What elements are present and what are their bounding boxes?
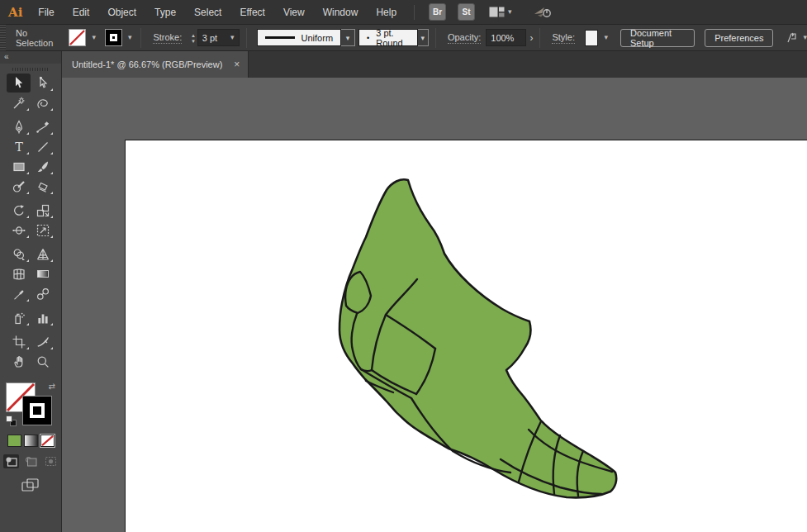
stroke-weight-field[interactable]: 3 pt ▾ [197, 29, 240, 46]
menu-edit[interactable]: Edit [64, 0, 99, 24]
tool-magic-wand[interactable] [7, 93, 31, 112]
tool-zoom[interactable] [31, 352, 55, 371]
default-fill-stroke-icon[interactable] [6, 416, 17, 426]
stroke-panel-link[interactable]: Stroke: [153, 32, 182, 44]
document-setup-button[interactable]: Document Setup [620, 29, 695, 47]
tools-panel-grip[interactable] [12, 68, 49, 71]
brush-chevron[interactable]: ▾ [418, 29, 429, 46]
stepper-up-icon[interactable]: ▴ [192, 32, 195, 38]
tool-gradient[interactable] [31, 264, 55, 283]
preferences-button[interactable]: Preferences [705, 29, 773, 47]
stroke-dropdown-chevron[interactable]: ▾ [126, 34, 135, 41]
rectangle-tool-icon [12, 159, 26, 174]
tool-selection[interactable] [7, 74, 31, 93]
tool-scale[interactable] [31, 201, 55, 220]
menu-select[interactable]: Select [185, 0, 230, 24]
style-chevron[interactable]: ▾ [601, 34, 610, 41]
width-profile-dropdown[interactable]: Uniform ▾ [257, 29, 356, 46]
control-bar-grip[interactable] [0, 25, 6, 50]
tool-mesh[interactable] [7, 264, 31, 283]
separator [435, 28, 436, 48]
mesh-tool-icon [12, 267, 26, 282]
draw-inside-button[interactable] [43, 454, 59, 468]
style-panel-link[interactable]: Style: [552, 32, 575, 44]
stroke-proxy[interactable] [22, 396, 52, 425]
stepper-down-icon[interactable]: ▾ [192, 38, 195, 44]
tool-width[interactable] [7, 221, 31, 240]
document-tab[interactable]: Untitled-1* @ 66.67% (RGB/Preview) × [62, 51, 249, 78]
tool-perspective-grid[interactable] [31, 245, 55, 264]
menu-file[interactable]: File [29, 0, 63, 24]
tool-direct-selection[interactable] [31, 74, 55, 93]
metapod-artwork[interactable] [62, 78, 807, 532]
tool-curvature[interactable] [31, 117, 55, 136]
stock-button[interactable]: St [458, 3, 475, 21]
opacity-field[interactable]: 100% [486, 29, 526, 46]
menu-effect[interactable]: Effect [230, 0, 273, 24]
tool-free-transform[interactable] [31, 221, 55, 240]
menu-type[interactable]: Type [145, 0, 185, 24]
tool-symbol-sprayer[interactable] [7, 308, 31, 327]
tool-shape-builder[interactable] [7, 245, 31, 264]
workspace-toggle[interactable]: ▾ [785, 31, 807, 45]
menu-help[interactable]: Help [367, 0, 406, 24]
main-area: « [0, 51, 807, 532]
bridge-button[interactable]: Br [429, 3, 446, 21]
perspective-grid-tool-icon [36, 247, 50, 262]
tool-column-graph[interactable] [31, 308, 55, 327]
menu-object[interactable]: Object [98, 0, 145, 24]
close-icon[interactable]: × [234, 59, 240, 69]
chevron-down-icon[interactable]: ▾ [230, 34, 235, 41]
tool-rectangle[interactable] [7, 157, 31, 176]
menu-view[interactable]: View [274, 0, 314, 24]
tool-paintbrush[interactable] [31, 157, 55, 176]
sync-status-button[interactable] [534, 6, 552, 19]
fill-dropdown-chevron[interactable]: ▾ [89, 34, 98, 41]
screen-mode-button[interactable] [21, 478, 40, 496]
canvas[interactable] [62, 78, 807, 532]
tool-rotate[interactable] [7, 201, 31, 220]
control-bar: No Selection ▾ ▾ Stroke: ▴ ▾ 3 pt ▾ Unif… [0, 24, 807, 51]
none-button[interactable] [40, 435, 55, 447]
tool-pen[interactable] [7, 117, 31, 136]
tool-type[interactable]: T [7, 137, 31, 156]
opacity-flyout-arrow[interactable]: › [529, 32, 533, 44]
draw-normal-button[interactable] [3, 454, 19, 468]
brush-definition-dropdown[interactable]: • 3 pt. Round ▾ [358, 29, 429, 46]
selection-tool-icon [12, 76, 26, 91]
tool-shaper[interactable] [7, 177, 31, 196]
metapod-body[interactable] [339, 179, 616, 497]
menubar-divider [414, 5, 415, 20]
tool-lasso[interactable] [31, 93, 55, 112]
screen-mode-icon [21, 478, 40, 492]
artboard-tool-icon [12, 335, 26, 349]
swap-fill-stroke-icon[interactable]: ⇄ [49, 382, 55, 391]
menu-window[interactable]: Window [314, 0, 368, 24]
width-profile-chevron[interactable]: ▾ [341, 29, 355, 46]
tool-hand[interactable] [7, 352, 31, 371]
stroke-color-swatch[interactable] [105, 29, 122, 46]
graphic-style-swatch[interactable] [585, 30, 599, 46]
tool-slice[interactable] [31, 332, 55, 351]
tool-eraser[interactable] [31, 177, 55, 196]
column-graph-tool-icon [36, 311, 50, 325]
menu-bar: Ai File Edit Object Type Select Effect V… [0, 0, 807, 24]
color-button[interactable] [7, 435, 21, 447]
app-logo: Ai [7, 5, 29, 20]
brush-definition-label: 3 pt. Round [376, 28, 410, 48]
tool-artboard[interactable] [7, 332, 31, 351]
stroke-weight-stepper[interactable]: ▴ ▾ [192, 32, 195, 44]
tools-group-gap [7, 328, 55, 331]
dock-collapse-button[interactable]: « [0, 51, 61, 64]
scale-tool-icon [36, 203, 50, 218]
draw-behind-button[interactable] [23, 454, 39, 468]
workspace-switcher[interactable]: ▾ [489, 7, 512, 17]
tool-blend[interactable] [31, 284, 55, 303]
tool-line-segment[interactable] [31, 137, 55, 156]
pen-tool-icon [12, 120, 26, 135]
chevron-down-icon: ▾ [803, 34, 807, 41]
opacity-panel-link[interactable]: Opacity: [448, 32, 481, 44]
tool-eyedropper[interactable] [7, 284, 31, 303]
gradient-button[interactable] [24, 435, 38, 447]
fill-color-swatch[interactable] [69, 29, 86, 46]
